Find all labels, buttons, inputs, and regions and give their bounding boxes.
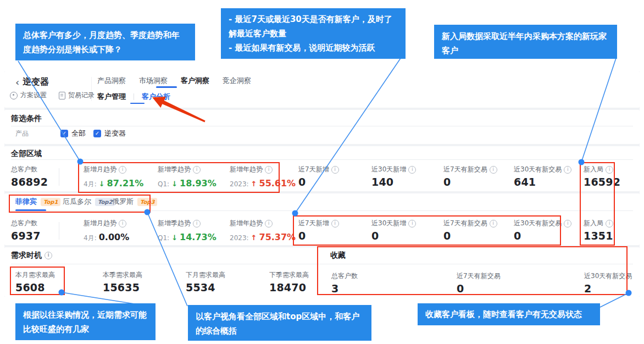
demand-this-month-stat: 本月需求最高 5608 (15, 270, 55, 293)
checkbox-inverter[interactable]: 逆变器 (93, 129, 126, 138)
subtab-customer-analysis[interactable]: 客户分析 (142, 92, 170, 102)
info-icon[interactable] (45, 252, 52, 259)
trade-7d-stat: 近7天有新交易 0 (443, 219, 497, 242)
callout-overall-trend: 总体客户有多少，月度趋势、季度趋势和年度趋势分别是增长或下降？ (15, 24, 195, 60)
callout-line: - 最近如果有新交易，说明近期较为活跃 (229, 41, 398, 55)
tab-competitor-insight[interactable]: 竞企洞察 (223, 76, 251, 86)
tab-customer-insight[interactable]: 客户洞察 (181, 76, 209, 86)
sub-tabs: 客户管理 客户分析 (97, 92, 170, 102)
callout-recent-activity: - 最近7天或最近30天是否有新客户，及时了解最近客户数量 - 最近如果有新交易… (221, 8, 406, 59)
info-icon[interactable] (119, 220, 126, 228)
favorites-trade-30d-stat: 近30天有新交易 2 (584, 271, 632, 295)
trade-30d-stat: 近30天有新交易 641 (514, 165, 571, 188)
country-tab-philippines[interactable]: 菲律宾 Top1 (15, 197, 60, 207)
all-region-title: 全部区域 (11, 149, 42, 159)
country-tab-russia[interactable]: 俄罗斯 Top3 (112, 197, 157, 207)
bottom-divider (11, 264, 633, 264)
bottom-card (4, 247, 640, 297)
product-filter-label: 产品 (15, 129, 29, 138)
info-icon[interactable] (265, 166, 273, 174)
new-7d-stat: 近7天新增 0 (298, 165, 339, 188)
trend-down-arrow-icon: ↓ (171, 180, 177, 188)
plan-settings-label: 方案设置 (20, 91, 47, 100)
page-title-row: ‹ 逆变器 (15, 76, 49, 88)
active-subtab-underline (130, 103, 145, 104)
yearly-trend-stat: 新增年趋势 2023:↑75.37% (230, 219, 296, 242)
demand-title: 需求时机 (11, 251, 52, 260)
new-30d-stat: 近30天新增 140 (371, 165, 416, 188)
active-tab-underline (156, 86, 177, 88)
tab-market-insight[interactable]: 市场洞察 (139, 76, 168, 86)
info-icon[interactable] (331, 166, 339, 174)
top1-badge: Top1 (41, 198, 60, 206)
stat-separator (59, 222, 59, 240)
tab-product-insight[interactable]: 产品洞察 (97, 76, 126, 86)
country-tabs-divider (11, 210, 633, 211)
page-title: 逆变器 (23, 76, 49, 88)
favorites-total-stat: 总客户数 3 (331, 271, 358, 295)
monthly-trend-stat: 新增月趋势 4月:0.00% (84, 219, 129, 243)
subtab-separator (134, 93, 134, 100)
total-customers-stat: 总客户数 6937 (11, 219, 41, 242)
active-country-underline (15, 209, 46, 211)
demand-this-quarter-stat: 本季需求最高 15635 (103, 270, 142, 293)
top3-badge: Top3 (137, 198, 157, 206)
monthly-trend-stat: 新增月趋势 4月:↓87.21% (84, 165, 143, 189)
info-icon[interactable] (408, 166, 416, 174)
quarterly-trend-stat: 新增季趋势 Q1:↓14.73% (158, 219, 216, 242)
info-icon[interactable] (331, 220, 339, 228)
total-customers-stat: 总客户数 86892 (11, 165, 48, 188)
favorites-title: 收藏 (330, 251, 346, 260)
newcomer-stat: 新入局 16592 (584, 165, 620, 188)
callout-demand: 根据以往采购情况，近期需求可能比较旺盛的有几家 (15, 303, 156, 340)
main-tabs: 产品洞察 市场洞察 客户洞察 竞企洞察 (97, 76, 251, 86)
info-icon[interactable] (564, 220, 571, 228)
info-icon[interactable] (490, 166, 497, 174)
trend-down-arrow-icon: ↓ (99, 180, 105, 188)
demand-next-month-stat: 下月需求最高 5534 (186, 270, 225, 293)
stat-separator (59, 168, 59, 186)
callout-line: - 最近7天或最近30天是否有新客户，及时了解最近客户数量 (229, 12, 398, 41)
favorites-trade-7d-stat: 近7天有新交易 0 (457, 271, 501, 295)
checkbox-checked-icon (93, 130, 101, 137)
checkbox-checked-icon (60, 130, 68, 137)
info-icon[interactable] (490, 220, 497, 228)
info-icon[interactable] (119, 166, 126, 174)
info-icon[interactable] (193, 220, 201, 228)
trade-records-button[interactable]: 贸易记录 (59, 91, 95, 100)
trend-up-arrow-icon: ↑ (251, 180, 257, 188)
document-icon (59, 92, 65, 99)
yearly-trend-stat: 新增年趋势 2023:↑55.61% (230, 165, 296, 188)
country-tab-ecuador[interactable]: 厄瓜多尔 Top2 (63, 197, 115, 207)
info-icon[interactable] (564, 166, 571, 174)
trend-up-arrow-icon: ↑ (251, 234, 257, 242)
trade-records-label: 贸易记录 (68, 91, 95, 100)
quarterly-trend-stat: 新增季趋势 Q1:↓18.93% (158, 165, 216, 188)
subtab-customer-management[interactable]: 客户管理 (97, 92, 126, 102)
trade-30d-stat: 近30天有新交易 0 (514, 219, 571, 242)
filter-title: 筛选条件 (11, 114, 42, 124)
new-30d-stat: 近30天新增 0 (371, 219, 416, 242)
settings-icon (10, 92, 18, 99)
info-icon[interactable] (193, 166, 201, 174)
plan-settings-button[interactable]: 方案设置 (10, 91, 47, 100)
info-icon[interactable] (606, 220, 613, 228)
info-icon[interactable] (408, 220, 416, 228)
all-region-divider (11, 159, 633, 160)
callout-newcomer: 新入局数据采取近半年内采购本方案的新玩家客户 (434, 25, 617, 59)
info-icon[interactable] (606, 166, 613, 174)
new-7d-stat: 近7天新增 0 (298, 219, 339, 242)
trend-down-arrow-icon: ↓ (171, 234, 177, 242)
demand-next-quarter-stat: 下季需求最高 18470 (269, 270, 309, 293)
checkbox-all[interactable]: 全部 (60, 129, 86, 138)
callout-favorites: 收藏客户看板，随时查看客户有无交易状态 (418, 303, 600, 325)
back-icon[interactable]: ‹ (15, 77, 19, 87)
product-filter-row: 产品 全部 逆变器 (15, 129, 126, 138)
newcomer-stat: 新入局 1351 (584, 219, 613, 242)
callout-customer-view: 以客户视角看全部区域和top区域中，和客户的综合概括 (188, 305, 371, 341)
info-icon[interactable] (265, 220, 273, 228)
filter-card (4, 110, 640, 144)
filter-divider (11, 126, 633, 126)
trade-7d-stat: 近7天有新交易 0 (443, 165, 497, 188)
page: ‹ 逆变器 方案设置 贸易记录 产品洞察 市场洞察 客户洞察 竞企洞察 客户管理… (0, 0, 644, 344)
